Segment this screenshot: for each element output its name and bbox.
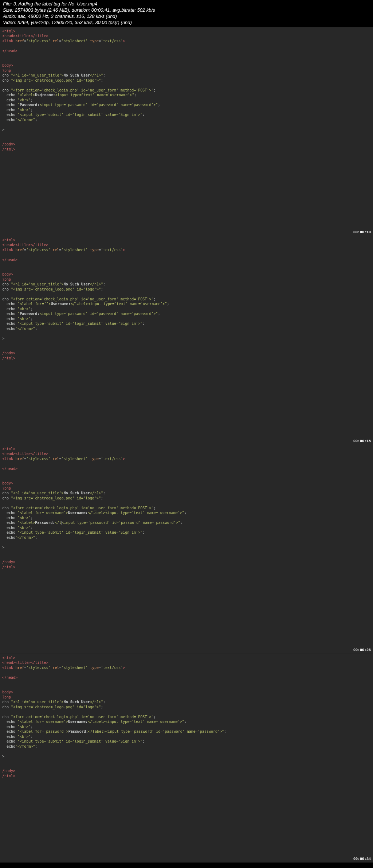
code-editor[interactable]: <html> <head><title></title> <link href=…	[0, 445, 373, 571]
video-frame-3: <html> <head><title></title> <link href=…	[0, 445, 373, 654]
code-editor[interactable]: <html> <head><title></title> <link href=…	[0, 654, 373, 780]
code-editor[interactable]: <html> <head><title></title> <link href=…	[0, 27, 373, 153]
audio-value: aac, 48000 Hz, 2 channels, s16, 128 kb/s…	[17, 13, 117, 19]
code-editor[interactable]: <html> <head><title></title> <link href=…	[0, 236, 373, 362]
timestamp: 00:00:34	[353, 857, 371, 861]
timestamp: 00:00:26	[353, 648, 371, 652]
timestamp: 00:00:18	[353, 439, 371, 443]
video-frame-4: <html> <head><title></title> <link href=…	[0, 654, 373, 863]
video-value: h264, yuv420p, 1280x720, 353 kb/s, 30.00…	[17, 20, 132, 25]
timestamp: 00:00:10	[353, 230, 371, 234]
size-value: 2574803 bytes (2.46 MiB), duration: 00:0…	[15, 7, 155, 13]
video-frame-2: <html> <head><title></title> <link href=…	[0, 236, 373, 445]
size-label: Size:	[3, 7, 15, 13]
audio-label: Audio:	[3, 13, 17, 19]
video-frame-1: <html> <head><title></title> <link href=…	[0, 27, 373, 236]
file-label: File:	[3, 1, 13, 7]
video-label: Video:	[3, 20, 17, 25]
file-info-header: File: 3. Adding the label tag for No_Use…	[0, 0, 373, 27]
file-value: 3. Adding the label tag for No_User.mp4	[13, 1, 97, 7]
